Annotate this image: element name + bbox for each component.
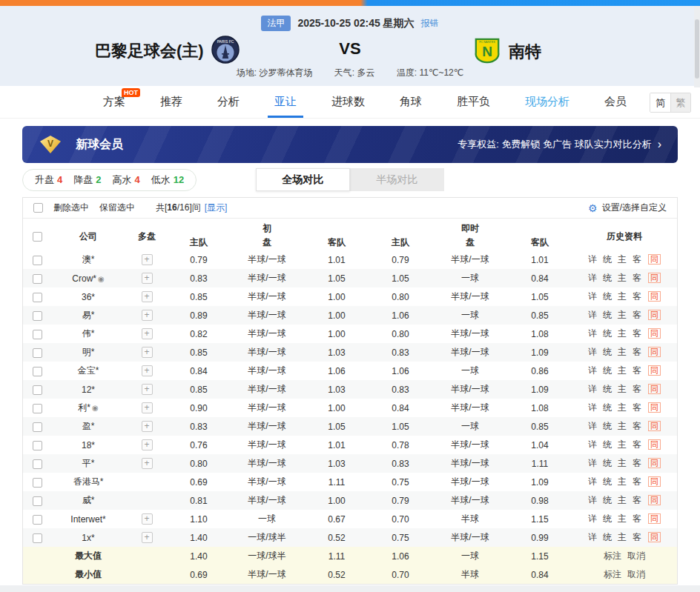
history-link[interactable]: 同	[648, 328, 661, 339]
summary-action-link[interactable]: 标注	[604, 551, 621, 561]
row-checkbox[interactable]	[33, 496, 42, 506]
expand-odds-button[interactable]: +	[142, 421, 153, 432]
history-link[interactable]: 统	[603, 532, 612, 542]
row-checkbox[interactable]	[33, 533, 42, 543]
history-link[interactable]: 详	[588, 421, 597, 431]
history-link[interactable]: 同	[648, 347, 661, 357]
scrollbar[interactable]	[694, 6, 700, 87]
expand-odds-button[interactable]: +	[142, 273, 153, 284]
history-link[interactable]: 主	[618, 328, 627, 339]
history-link[interactable]: 详	[588, 495, 597, 505]
history-link[interactable]: 主	[618, 310, 627, 320]
tab-full-match-compare[interactable]: 全场对比	[256, 168, 350, 191]
history-link[interactable]: 统	[603, 513, 612, 524]
expand-odds-button[interactable]: +	[142, 254, 153, 265]
history-link[interactable]: 客	[633, 384, 641, 394]
report-error-link[interactable]: 报错	[421, 17, 439, 30]
expand-odds-button[interactable]: +	[142, 402, 153, 413]
history-link[interactable]: 主	[618, 532, 627, 542]
history-link[interactable]: 详	[588, 273, 597, 283]
history-link[interactable]: 详	[588, 439, 597, 450]
expand-odds-button[interactable]: +	[142, 310, 153, 321]
history-link[interactable]: 同	[648, 273, 661, 283]
expand-odds-button[interactable]: +	[142, 439, 153, 450]
history-link[interactable]: 统	[603, 402, 612, 413]
row-checkbox[interactable]	[33, 348, 42, 358]
history-link[interactable]: 客	[633, 402, 641, 413]
history-link[interactable]: 详	[588, 347, 597, 357]
row-checkbox[interactable]	[33, 441, 42, 450]
history-link[interactable]: 同	[648, 458, 661, 468]
nav-tab[interactable]: 胜平负	[457, 86, 490, 118]
nav-tab[interactable]: 会员	[604, 86, 627, 118]
history-link[interactable]: 统	[603, 254, 612, 265]
row-checkbox[interactable]	[33, 478, 42, 488]
keep-selected-button[interactable]: 保留选中	[99, 202, 135, 214]
summary-action-link[interactable]: 标注	[604, 569, 621, 579]
history-link[interactable]: 统	[603, 476, 612, 487]
history-link[interactable]: 同	[648, 439, 661, 450]
history-link[interactable]: 客	[633, 458, 641, 468]
history-link[interactable]: 同	[648, 402, 661, 413]
expand-odds-button[interactable]: +	[142, 347, 153, 358]
history-link[interactable]: 详	[588, 291, 597, 302]
row-checkbox[interactable]	[33, 330, 42, 339]
row-checkbox[interactable]	[33, 385, 42, 395]
history-link[interactable]: 统	[603, 347, 612, 357]
history-link[interactable]: 客	[633, 439, 641, 450]
expand-odds-button[interactable]: +	[142, 384, 153, 395]
show-link[interactable]: [显示]	[205, 202, 228, 214]
settings-button[interactable]: ⚙ 设置/选择自定义	[588, 202, 667, 214]
history-link[interactable]: 同	[648, 421, 661, 431]
summary-action-link[interactable]: 取消	[627, 551, 645, 561]
history-link[interactable]: 同	[648, 291, 661, 302]
expand-odds-button[interactable]: +	[142, 365, 153, 376]
history-link[interactable]: 详	[588, 328, 597, 339]
header-checkbox[interactable]	[33, 232, 42, 242]
row-checkbox[interactable]	[33, 256, 42, 265]
row-checkbox[interactable]	[33, 293, 42, 302]
history-link[interactable]: 同	[648, 495, 661, 505]
history-link[interactable]: 同	[648, 476, 661, 487]
history-link[interactable]: 主	[618, 421, 627, 431]
history-link[interactable]: 客	[633, 254, 641, 265]
history-link[interactable]: 详	[588, 402, 597, 413]
expand-odds-button[interactable]: +	[142, 291, 153, 302]
expand-odds-button[interactable]: +	[142, 328, 153, 339]
history-link[interactable]: 客	[633, 328, 641, 339]
history-link[interactable]: 同	[648, 365, 661, 376]
nav-tab[interactable]: 现场分析	[525, 86, 569, 118]
history-link[interactable]: 客	[633, 347, 641, 357]
history-link[interactable]: 详	[588, 365, 597, 376]
vip-banner[interactable]: V 新球会员 专享权益: 免费解锁 免广告 球队实力对比分析 ›	[22, 126, 678, 163]
history-link[interactable]: 统	[603, 365, 612, 376]
history-link[interactable]: 客	[633, 291, 641, 302]
history-link[interactable]: 统	[603, 421, 612, 431]
row-checkbox[interactable]	[33, 311, 42, 321]
row-checkbox[interactable]	[33, 404, 42, 413]
history-link[interactable]: 客	[633, 476, 641, 487]
history-link[interactable]: 详	[588, 532, 597, 542]
history-link[interactable]: 主	[618, 476, 627, 487]
expand-odds-button[interactable]: +	[142, 513, 153, 525]
history-link[interactable]: 客	[633, 310, 641, 320]
tab-half-match-compare[interactable]: 半场对比	[350, 168, 444, 191]
history-link[interactable]: 主	[618, 495, 627, 505]
chevron-right-icon[interactable]: ›	[658, 138, 661, 151]
nav-tab[interactable]: 分析	[217, 86, 240, 118]
history-link[interactable]: 统	[603, 384, 612, 394]
toolbar-checkbox[interactable]	[33, 203, 43, 213]
history-link[interactable]: 客	[633, 421, 641, 431]
history-link[interactable]: 同	[648, 384, 661, 394]
history-link[interactable]: 客	[633, 532, 641, 542]
history-link[interactable]: 主	[618, 439, 627, 450]
scrollbar-thumb[interactable]	[695, 19, 699, 79]
history-link[interactable]: 客	[633, 365, 641, 376]
history-link[interactable]: 主	[618, 402, 627, 413]
history-link[interactable]: 详	[588, 513, 597, 524]
history-link[interactable]: 统	[603, 458, 612, 468]
nav-tab[interactable]: 进球数	[331, 86, 365, 118]
history-link[interactable]: 统	[603, 439, 612, 450]
history-link[interactable]: 统	[603, 495, 612, 505]
history-link[interactable]: 主	[618, 365, 627, 376]
